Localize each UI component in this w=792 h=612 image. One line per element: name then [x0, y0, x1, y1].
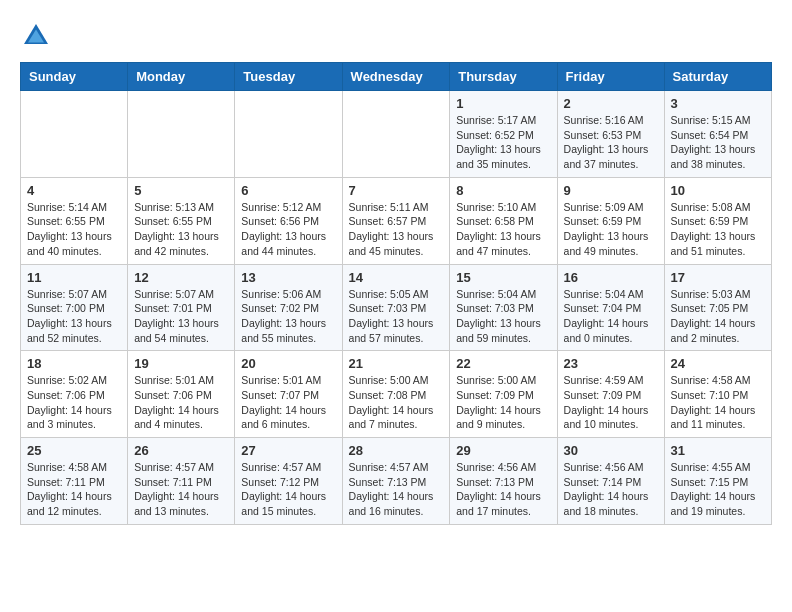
- daylight-text: Daylight: 13 hours and 57 minutes.: [349, 316, 444, 345]
- calendar-week-3: 11 Sunrise: 5:07 AM Sunset: 7:00 PM Dayl…: [21, 264, 772, 351]
- sunrise-text: Sunrise: 4:56 AM: [564, 460, 658, 475]
- calendar-cell: 6 Sunrise: 5:12 AM Sunset: 6:56 PM Dayli…: [235, 177, 342, 264]
- day-number: 26: [134, 443, 228, 458]
- cell-content: Sunrise: 5:00 AM Sunset: 7:09 PM Dayligh…: [456, 373, 550, 432]
- calendar-cell: 4 Sunrise: 5:14 AM Sunset: 6:55 PM Dayli…: [21, 177, 128, 264]
- sunrise-text: Sunrise: 5:07 AM: [27, 287, 121, 302]
- sunset-text: Sunset: 7:11 PM: [27, 475, 121, 490]
- sunset-text: Sunset: 7:06 PM: [134, 388, 228, 403]
- sunset-text: Sunset: 6:57 PM: [349, 214, 444, 229]
- cell-content: Sunrise: 4:57 AM Sunset: 7:11 PM Dayligh…: [134, 460, 228, 519]
- cell-content: Sunrise: 5:06 AM Sunset: 7:02 PM Dayligh…: [241, 287, 335, 346]
- sunrise-text: Sunrise: 5:04 AM: [564, 287, 658, 302]
- daylight-text: Daylight: 14 hours and 15 minutes.: [241, 489, 335, 518]
- day-number: 21: [349, 356, 444, 371]
- cell-content: Sunrise: 5:10 AM Sunset: 6:58 PM Dayligh…: [456, 200, 550, 259]
- calendar-cell: 30 Sunrise: 4:56 AM Sunset: 7:14 PM Dayl…: [557, 438, 664, 525]
- day-number: 8: [456, 183, 550, 198]
- column-header-friday: Friday: [557, 63, 664, 91]
- sunrise-text: Sunrise: 5:01 AM: [134, 373, 228, 388]
- cell-content: Sunrise: 5:04 AM Sunset: 7:04 PM Dayligh…: [564, 287, 658, 346]
- sunrise-text: Sunrise: 5:10 AM: [456, 200, 550, 215]
- cell-content: Sunrise: 5:01 AM Sunset: 7:07 PM Dayligh…: [241, 373, 335, 432]
- calendar-week-5: 25 Sunrise: 4:58 AM Sunset: 7:11 PM Dayl…: [21, 438, 772, 525]
- cell-content: Sunrise: 5:14 AM Sunset: 6:55 PM Dayligh…: [27, 200, 121, 259]
- logo: [20, 20, 58, 52]
- sunrise-text: Sunrise: 4:55 AM: [671, 460, 765, 475]
- sunset-text: Sunset: 6:55 PM: [27, 214, 121, 229]
- day-number: 3: [671, 96, 765, 111]
- day-number: 2: [564, 96, 658, 111]
- day-number: 24: [671, 356, 765, 371]
- daylight-text: Daylight: 13 hours and 37 minutes.: [564, 142, 658, 171]
- calendar-cell: 1 Sunrise: 5:17 AM Sunset: 6:52 PM Dayli…: [450, 91, 557, 178]
- column-header-tuesday: Tuesday: [235, 63, 342, 91]
- cell-content: Sunrise: 4:55 AM Sunset: 7:15 PM Dayligh…: [671, 460, 765, 519]
- page-header: [20, 20, 772, 52]
- daylight-text: Daylight: 13 hours and 42 minutes.: [134, 229, 228, 258]
- calendar-cell: 8 Sunrise: 5:10 AM Sunset: 6:58 PM Dayli…: [450, 177, 557, 264]
- sunrise-text: Sunrise: 4:57 AM: [349, 460, 444, 475]
- sunrise-text: Sunrise: 5:01 AM: [241, 373, 335, 388]
- column-header-monday: Monday: [128, 63, 235, 91]
- sunset-text: Sunset: 6:59 PM: [671, 214, 765, 229]
- sunrise-text: Sunrise: 5:08 AM: [671, 200, 765, 215]
- sunrise-text: Sunrise: 5:12 AM: [241, 200, 335, 215]
- cell-content: Sunrise: 5:05 AM Sunset: 7:03 PM Dayligh…: [349, 287, 444, 346]
- calendar-cell: 20 Sunrise: 5:01 AM Sunset: 7:07 PM Dayl…: [235, 351, 342, 438]
- calendar-cell: 11 Sunrise: 5:07 AM Sunset: 7:00 PM Dayl…: [21, 264, 128, 351]
- cell-content: Sunrise: 5:03 AM Sunset: 7:05 PM Dayligh…: [671, 287, 765, 346]
- daylight-text: Daylight: 13 hours and 38 minutes.: [671, 142, 765, 171]
- daylight-text: Daylight: 13 hours and 54 minutes.: [134, 316, 228, 345]
- daylight-text: Daylight: 13 hours and 44 minutes.: [241, 229, 335, 258]
- daylight-text: Daylight: 14 hours and 11 minutes.: [671, 403, 765, 432]
- cell-content: Sunrise: 5:02 AM Sunset: 7:06 PM Dayligh…: [27, 373, 121, 432]
- sunrise-text: Sunrise: 4:59 AM: [564, 373, 658, 388]
- day-number: 31: [671, 443, 765, 458]
- sunset-text: Sunset: 7:10 PM: [671, 388, 765, 403]
- daylight-text: Daylight: 14 hours and 0 minutes.: [564, 316, 658, 345]
- sunset-text: Sunset: 6:52 PM: [456, 128, 550, 143]
- sunset-text: Sunset: 7:15 PM: [671, 475, 765, 490]
- sunset-text: Sunset: 7:06 PM: [27, 388, 121, 403]
- day-number: 29: [456, 443, 550, 458]
- column-header-sunday: Sunday: [21, 63, 128, 91]
- sunset-text: Sunset: 7:00 PM: [27, 301, 121, 316]
- daylight-text: Daylight: 13 hours and 49 minutes.: [564, 229, 658, 258]
- cell-content: Sunrise: 5:16 AM Sunset: 6:53 PM Dayligh…: [564, 113, 658, 172]
- cell-content: Sunrise: 4:58 AM Sunset: 7:11 PM Dayligh…: [27, 460, 121, 519]
- sunrise-text: Sunrise: 5:15 AM: [671, 113, 765, 128]
- sunrise-text: Sunrise: 4:56 AM: [456, 460, 550, 475]
- calendar-cell: [342, 91, 450, 178]
- sunset-text: Sunset: 7:14 PM: [564, 475, 658, 490]
- sunset-text: Sunset: 7:13 PM: [349, 475, 444, 490]
- calendar-table: SundayMondayTuesdayWednesdayThursdayFrid…: [20, 62, 772, 525]
- cell-content: Sunrise: 5:15 AM Sunset: 6:54 PM Dayligh…: [671, 113, 765, 172]
- sunset-text: Sunset: 7:09 PM: [564, 388, 658, 403]
- daylight-text: Daylight: 14 hours and 18 minutes.: [564, 489, 658, 518]
- sunrise-text: Sunrise: 5:13 AM: [134, 200, 228, 215]
- sunset-text: Sunset: 7:09 PM: [456, 388, 550, 403]
- sunrise-text: Sunrise: 5:17 AM: [456, 113, 550, 128]
- sunset-text: Sunset: 6:55 PM: [134, 214, 228, 229]
- sunset-text: Sunset: 7:05 PM: [671, 301, 765, 316]
- calendar-cell: [235, 91, 342, 178]
- sunrise-text: Sunrise: 5:14 AM: [27, 200, 121, 215]
- calendar-cell: 27 Sunrise: 4:57 AM Sunset: 7:12 PM Dayl…: [235, 438, 342, 525]
- day-number: 7: [349, 183, 444, 198]
- daylight-text: Daylight: 14 hours and 17 minutes.: [456, 489, 550, 518]
- daylight-text: Daylight: 13 hours and 55 minutes.: [241, 316, 335, 345]
- cell-content: Sunrise: 5:09 AM Sunset: 6:59 PM Dayligh…: [564, 200, 658, 259]
- calendar-cell: [21, 91, 128, 178]
- calendar-cell: 16 Sunrise: 5:04 AM Sunset: 7:04 PM Dayl…: [557, 264, 664, 351]
- calendar-cell: 10 Sunrise: 5:08 AM Sunset: 6:59 PM Dayl…: [664, 177, 771, 264]
- sunrise-text: Sunrise: 4:57 AM: [241, 460, 335, 475]
- column-header-thursday: Thursday: [450, 63, 557, 91]
- column-header-wednesday: Wednesday: [342, 63, 450, 91]
- day-number: 30: [564, 443, 658, 458]
- cell-content: Sunrise: 4:57 AM Sunset: 7:12 PM Dayligh…: [241, 460, 335, 519]
- sunset-text: Sunset: 6:58 PM: [456, 214, 550, 229]
- calendar-header-row: SundayMondayTuesdayWednesdayThursdayFrid…: [21, 63, 772, 91]
- daylight-text: Daylight: 13 hours and 59 minutes.: [456, 316, 550, 345]
- sunrise-text: Sunrise: 4:58 AM: [671, 373, 765, 388]
